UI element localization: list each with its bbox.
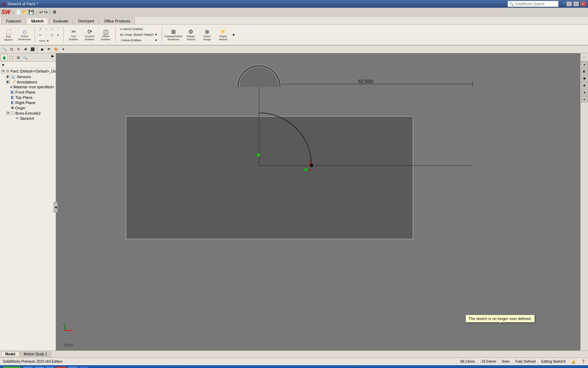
light-icon[interactable]: ☀ — [60, 46, 66, 53]
tree-item-boss-extrude2[interactable]: ▼ ⬡ Boss-Extrude2 — [6, 110, 55, 116]
rect-tool[interactable]: □ — [49, 26, 55, 32]
boss-expand[interactable]: ▼ — [6, 111, 10, 115]
view-orient-icon[interactable]: ⬛ — [29, 46, 36, 53]
spline-tool[interactable]: 〜 — [37, 32, 43, 38]
tab-motion-study[interactable]: Motion Study 1 — [20, 352, 51, 357]
line-tool[interactable]: ╱ — [37, 26, 43, 32]
panel-expand-arrow[interactable]: ▶ — [51, 54, 55, 61]
tab-sketch[interactable]: Sketch — [26, 18, 48, 24]
panel-collapse-handle[interactable]: ◀ — [54, 202, 58, 212]
move-entities-button[interactable]: ↕ Move Entities ▼ — [118, 38, 159, 43]
tab-dimxpert[interactable]: DimXpert — [74, 18, 99, 24]
tab-model[interactable]: Model — [1, 352, 19, 357]
offset-entities-button[interactable]: ◫ OffsetEntities — [98, 26, 113, 44]
smart-dimension-button[interactable]: ◇ SmartDimension — [17, 26, 32, 44]
panel-tab-props[interactable]: 📋 — [8, 54, 15, 61]
panel-tab-config[interactable]: ⚙ — [15, 54, 22, 61]
save-icon[interactable]: 💾 — [28, 9, 34, 15]
quick-snaps-button[interactable]: ⊕ QuickSnaps — [200, 26, 214, 44]
right-btn-2[interactable]: ◧ — [581, 68, 588, 74]
help-icon[interactable]: ? — [563, 2, 565, 6]
polygon-tool[interactable]: ⬡ — [49, 32, 55, 38]
arc-tool[interactable]: ⌒ — [55, 26, 61, 32]
panel-tab-tree[interactable]: 🌲 — [1, 54, 8, 61]
convert-entities-button[interactable]: ⟳ ConvertEntities — [82, 26, 97, 44]
zoom-fit-icon[interactable]: 🔍 — [1, 46, 8, 53]
exit-sketch-button[interactable]: ⬚ ExitSketch — [1, 26, 15, 44]
right-btn-1[interactable]: ▲ — [581, 61, 588, 67]
tab-features[interactable]: Features — [1, 18, 26, 24]
root-expand[interactable]: ▼ — [1, 70, 5, 73]
taskbar-ie[interactable]: 🌐 — [23, 366, 33, 368]
tree-root[interactable]: ▼ ⚙ Part1 (Default<<Default>_Disp — [1, 69, 55, 74]
svg-text:y: y — [63, 322, 64, 325]
minimize-button[interactable]: ─ — [566, 1, 572, 6]
taskbar-media[interactable]: ▶ — [45, 366, 54, 368]
editing-mode: Editing Sketch4 — [541, 360, 566, 363]
tree-item-sketch4[interactable]: ✏ Sketch4 — [10, 116, 55, 121]
linear-sketch-pattern-button[interactable]: ⊞ Linear Sketch Pattern ▼ — [118, 32, 159, 37]
repair-sketch-button[interactable]: ⚙ RepairSketch — [183, 26, 198, 44]
hide-show-icon[interactable]: 👁 — [46, 46, 52, 53]
taskbar-files[interactable]: 📁 — [34, 366, 44, 368]
more-tools[interactable]: more ▼ — [37, 39, 51, 43]
pan-icon[interactable]: ✥ — [22, 46, 29, 53]
right-mini-panel: ≫ ▲ ◧ ▣ ◉ ◈ ● — [580, 53, 588, 350]
tab-evaluate[interactable]: Evaluate — [49, 18, 73, 24]
tree-item-right-plane[interactable]: ◧ Right Plane — [6, 100, 55, 105]
taskbar-word[interactable]: W — [79, 366, 88, 368]
new-icon[interactable]: 📄 — [16, 9, 21, 15]
redo-icon[interactable]: ↪ — [44, 9, 48, 15]
start-button[interactable]: ⊞ Start — [1, 366, 22, 368]
canvas-area[interactable]: *Back The sketch is no longer over defin… — [56, 53, 580, 350]
divider2: | — [36, 10, 37, 14]
text-tool[interactable]: A — [55, 32, 61, 38]
rotate-icon[interactable]: ↻ — [15, 46, 22, 53]
tree-item-front-plane[interactable]: ◧ Front Plane — [6, 89, 55, 95]
tree-item-sensors[interactable]: ▶ 📡 Sensors — [6, 74, 55, 79]
undo-icon[interactable]: ↩ — [39, 9, 43, 15]
filter-icon[interactable]: ▼ — [1, 63, 5, 67]
right-expand-icon[interactable]: ≫ — [581, 54, 588, 60]
close-button[interactable]: ✕ — [580, 1, 586, 6]
tree-item-annotations[interactable]: ▶ 📝 Annotations — [6, 79, 55, 84]
right-plane-label: Right Plane — [15, 101, 35, 105]
origin-label: Origin — [15, 106, 25, 110]
annotations-expand[interactable]: ▶ — [6, 80, 10, 84]
top-plane-icon: ◧ — [11, 95, 14, 100]
sensors-expand[interactable]: ▶ — [6, 75, 10, 79]
trim-entities-button[interactable]: ✂ TrimEntities — [66, 26, 81, 44]
display-delete-button[interactable]: ⊠ Display/DeleteRelations — [164, 26, 182, 44]
tree-item-material[interactable]: ≡ Material <not specified> — [6, 84, 55, 89]
search-icon: 🔍 — [509, 2, 514, 6]
sensors-label: Sensors — [17, 75, 31, 79]
right-btn-3[interactable]: ▣ — [581, 75, 588, 81]
color-icon[interactable]: 🎨 — [53, 46, 59, 53]
tree-item-origin[interactable]: ⊕ Origin — [6, 105, 55, 110]
options-icon[interactable]: ⚙ — [52, 9, 57, 15]
display-style-icon[interactable]: ◉ — [39, 46, 45, 53]
tab-office[interactable]: Office Products — [99, 18, 135, 24]
pattern-dropdown[interactable]: ▼ — [155, 33, 158, 36]
toolbar-overflow[interactable]: ▼ — [232, 33, 235, 37]
coord-x: 68.14mm — [460, 360, 475, 363]
open-icon[interactable]: 📂 — [22, 9, 28, 15]
tree-item-top-plane[interactable]: ◧ Top Plane — [6, 95, 55, 100]
move-dropdown[interactable]: ▼ — [155, 39, 158, 42]
rapid-sketch-button[interactable]: ⚡ RapidSketch — [216, 26, 230, 44]
panel-tab-search[interactable]: 🔍 — [22, 54, 29, 61]
coord-y: -15.54mm — [481, 360, 496, 363]
circle-tool[interactable]: ○ — [43, 26, 49, 32]
divider3: | — [50, 10, 51, 14]
search-input[interactable] — [515, 2, 557, 6]
search-bar[interactable]: 🔍 — [507, 1, 559, 7]
right-btn-6[interactable]: ● — [581, 96, 588, 102]
taskbar-other[interactable]: 📌 — [68, 366, 78, 368]
maximize-button[interactable]: □ — [573, 1, 579, 6]
point-tool[interactable]: · — [43, 32, 49, 38]
zoom-area-icon[interactable]: ⊡ — [8, 46, 15, 53]
mirror-entities-button[interactable]: ⇔ Mirror Entities — [118, 27, 159, 32]
right-btn-4[interactable]: ◉ — [581, 82, 588, 88]
taskbar-solidworks[interactable]: SW — [55, 366, 67, 368]
right-btn-5[interactable]: ◈ — [581, 89, 588, 95]
